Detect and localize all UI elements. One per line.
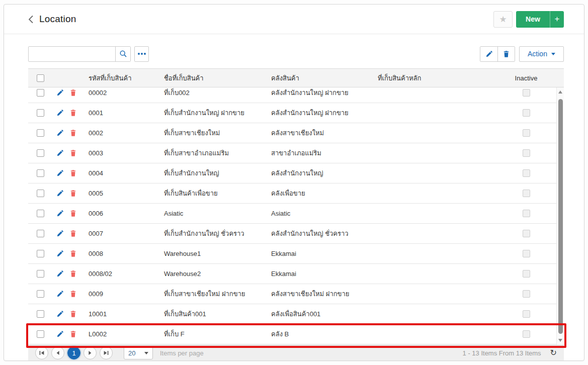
cell-location-name: ที่เก็บสำนักงานใหญ่ ฝากขาย — [158, 108, 265, 118]
inactive-checkbox — [523, 230, 530, 237]
table-row[interactable]: 0004 ที่เก็บสำนักงานใหญ่ คลังสำนักงานใหญ… — [28, 163, 556, 184]
cell-location-name: ที่เก็บสำนักงานใหญ่ — [158, 168, 265, 178]
inactive-checkbox — [523, 169, 530, 177]
scroll-down-arrow[interactable] — [557, 337, 564, 344]
column-header-parent-location[interactable]: ที่เก็บสินค้าหลัก — [372, 73, 496, 83]
column-header-inactive[interactable]: Inactive — [496, 74, 556, 82]
inactive-checkbox — [523, 190, 530, 197]
edit-row-icon[interactable] — [56, 330, 64, 338]
delete-row-icon[interactable] — [69, 109, 77, 117]
row-checkbox[interactable] — [37, 270, 44, 278]
delete-row-icon[interactable] — [69, 89, 77, 97]
table-row[interactable]: L0002 ที่เก็บ F คลัง B — [28, 324, 556, 344]
vertical-scrollbar[interactable] — [556, 87, 564, 345]
column-header-warehouse[interactable]: คลังสินค้า — [265, 73, 372, 83]
edit-row-icon[interactable] — [56, 169, 64, 177]
delete-row-icon[interactable] — [69, 310, 77, 318]
delete-row-icon[interactable] — [69, 290, 77, 298]
table-row[interactable]: 0006 Asiatic Asiatic — [28, 204, 556, 224]
inactive-checkbox — [523, 129, 530, 137]
action-dropdown-button[interactable]: Action — [519, 46, 564, 62]
favorite-button[interactable]: ★ — [493, 11, 513, 28]
last-page-button[interactable] — [100, 346, 113, 359]
search-box — [28, 46, 131, 62]
table-row[interactable]: 0005 ที่เก็บสินค้าเพื่อขาย คลังเพื่อขาย — [28, 184, 556, 204]
current-page-button[interactable]: 1 — [67, 346, 80, 359]
row-checkbox[interactable] — [37, 230, 44, 237]
plus-icon: + — [555, 14, 560, 24]
cell-warehouse: คลัง B — [265, 329, 372, 339]
chevron-down-icon — [144, 352, 148, 354]
row-checkbox[interactable] — [37, 129, 44, 137]
first-page-button[interactable] — [35, 346, 48, 359]
row-checkbox[interactable] — [37, 190, 44, 197]
delete-row-icon[interactable] — [69, 169, 77, 177]
edit-row-icon[interactable] — [56, 290, 64, 298]
prev-page-icon — [55, 350, 61, 356]
edit-row-icon[interactable] — [56, 149, 64, 157]
search-input[interactable] — [29, 47, 115, 61]
edit-row-icon[interactable] — [56, 109, 64, 117]
edit-row-icon[interactable] — [56, 270, 64, 278]
inactive-checkbox — [523, 250, 530, 257]
column-header-code[interactable]: รหัสที่เก็บสินค้า — [82, 73, 158, 83]
table-row[interactable]: 0008 Warehouse1 Ekkamai — [28, 244, 556, 264]
cell-warehouse: คลังสำนักงานใหญ่ — [265, 168, 372, 178]
edit-row-icon[interactable] — [56, 190, 64, 197]
edit-row-icon[interactable] — [56, 310, 64, 318]
search-button[interactable] — [115, 47, 130, 61]
page-size-select[interactable]: 20 — [124, 346, 153, 359]
triangle-down-icon — [558, 339, 562, 342]
row-checkbox[interactable] — [37, 210, 44, 217]
delete-row-icon[interactable] — [69, 149, 77, 157]
cell-warehouse: คลังเพื่อสินค้า001 — [265, 309, 372, 319]
row-checkbox[interactable] — [37, 149, 44, 157]
cell-location-code: 00002 — [82, 89, 158, 97]
table-row[interactable]: 0009 ที่เก็บสาขาเชียงใหม่ ฝากขาย คลังสาข… — [28, 284, 556, 304]
delete-row-icon[interactable] — [69, 330, 77, 338]
row-checkbox[interactable] — [37, 330, 44, 338]
edit-row-icon[interactable] — [56, 89, 64, 97]
prev-page-button[interactable] — [51, 346, 64, 359]
table-row[interactable]: 0001 ที่เก็บสำนักงานใหญ่ ฝากขาย คลังสำนั… — [28, 103, 556, 123]
more-options-button[interactable] — [134, 46, 149, 62]
edit-row-icon[interactable] — [56, 210, 64, 217]
table-row[interactable]: 00002 ที่เก็บ002 คลังสำนักงานใหญ่ ฝากขาย — [28, 87, 556, 103]
row-checkbox[interactable] — [37, 169, 44, 177]
bulk-delete-button[interactable] — [497, 47, 515, 61]
delete-row-icon[interactable] — [69, 129, 77, 137]
cell-warehouse: คลังเพื่อขาย — [265, 188, 372, 199]
delete-row-icon[interactable] — [69, 250, 77, 257]
edit-row-icon[interactable] — [56, 230, 64, 237]
select-all-checkbox[interactable] — [37, 74, 44, 82]
delete-row-icon[interactable] — [69, 210, 77, 217]
delete-row-icon[interactable] — [69, 270, 77, 278]
scrollbar-thumb[interactable] — [558, 99, 563, 334]
row-checkbox[interactable] — [37, 89, 44, 97]
new-plus-button[interactable]: + — [550, 11, 564, 28]
cell-location-name: ที่เก็บสินค้า001 — [158, 309, 265, 319]
row-checkbox[interactable] — [37, 109, 44, 117]
next-page-button[interactable] — [83, 346, 97, 359]
back-chevron-icon[interactable] — [28, 15, 34, 24]
edit-row-icon[interactable] — [56, 129, 64, 137]
new-button[interactable]: New — [516, 11, 550, 28]
delete-row-icon[interactable] — [69, 230, 77, 237]
refresh-button[interactable]: ↻ — [550, 349, 557, 357]
row-checkbox[interactable] — [37, 250, 44, 257]
table-row[interactable]: 0003 ที่เก็บสาขาอำเภอแม่ริม สาขาอำเภอแม่… — [28, 143, 556, 163]
table-row[interactable]: 0008/02 Warehouse2 Ekkamai — [28, 264, 556, 284]
row-checkbox[interactable] — [37, 290, 44, 298]
table-row[interactable]: 0007 ที่เก็บสำนักงานใหญ่ ชั่วคราว คลังสำ… — [28, 224, 556, 244]
cell-location-name: Asiatic — [158, 210, 265, 217]
bulk-edit-button[interactable] — [480, 47, 497, 61]
delete-row-icon[interactable] — [69, 190, 77, 197]
inactive-checkbox — [523, 290, 530, 298]
row-checkbox[interactable] — [37, 310, 44, 318]
cell-location-code: 0005 — [82, 190, 158, 197]
column-header-name[interactable]: ชื่อที่เก็บสินค้า — [158, 73, 265, 83]
table-row[interactable]: 10001 ที่เก็บสินค้า001 คลังเพื่อสินค้า00… — [28, 304, 556, 324]
edit-row-icon[interactable] — [56, 250, 64, 257]
scroll-up-arrow[interactable] — [557, 88, 564, 96]
table-row[interactable]: 0002 ที่เก็บสาขาเชียงใหม่ คลังสาขาเชียงใ… — [28, 123, 556, 143]
